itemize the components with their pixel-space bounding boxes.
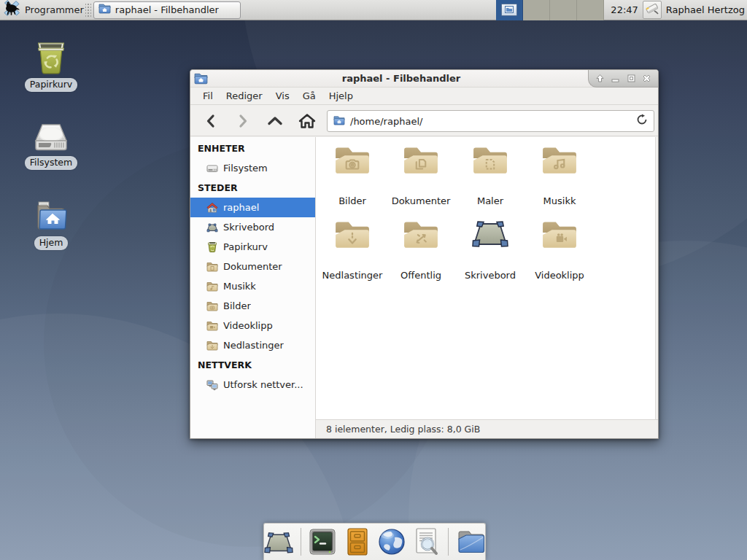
sidebar-item-label: Dokumenter	[223, 261, 282, 272]
trash-icon	[206, 241, 218, 253]
sidebar-item-label: Videoklipp	[223, 320, 273, 331]
desktop-icon-home[interactable]: Hjem	[15, 200, 88, 250]
menu-rediger[interactable]: Rediger	[220, 88, 269, 104]
location-folder-icon	[333, 114, 345, 128]
sidebar-item-videoklipp[interactable]: Videoklipp	[190, 316, 315, 335]
applications-menu-label: Programmer	[25, 4, 84, 15]
home-folder-icon	[15, 200, 88, 233]
back-button[interactable]	[196, 109, 225, 133]
terminal-launcher[interactable]	[308, 526, 338, 557]
workspace-3[interactable]	[550, 0, 577, 20]
sidebar: ENHETER Filsystem STEDER	[190, 137, 316, 438]
folder-home-icon	[98, 3, 111, 17]
file-label: Bilder	[319, 195, 386, 206]
folder-music-icon	[206, 281, 218, 292]
menu-hjelp[interactable]: Hjelp	[322, 88, 360, 104]
sidebar-item-label: Bilder	[223, 300, 251, 311]
location-path[interactable]: /home/raphael/	[350, 116, 636, 127]
file-manager-launcher[interactable]	[455, 526, 485, 557]
eraser-icon	[645, 1, 659, 18]
sidebar-item-raphael[interactable]: raphael	[190, 198, 315, 217]
sidebar-item-papirkurv[interactable]: Papirkurv	[190, 237, 315, 257]
desktop-icon-label: Filsystem	[25, 156, 77, 170]
desktop-icon-label: Papirkurv	[25, 78, 78, 92]
workspace-2[interactable]	[523, 0, 550, 20]
web-browser-launcher[interactable]	[377, 526, 407, 557]
desktop-icon-trash[interactable]: Papirkurv	[15, 40, 88, 92]
file-skrivebord[interactable]: Skrivebord	[457, 217, 524, 281]
file-label: Dokumenter	[387, 195, 454, 206]
desktop-icon-filesystem[interactable]: Filsystem	[15, 121, 88, 170]
sidebar-item-label: Skrivebord	[223, 222, 274, 233]
statusbar-text: 8 ielementer, Ledig plass: 8,0 GiB	[326, 424, 480, 435]
applications-menu-button[interactable]: Programmer	[0, 0, 85, 20]
menu-fil[interactable]: Fil	[196, 88, 220, 104]
menu-ga[interactable]: Gå	[296, 88, 322, 104]
file-label: Videoklipp	[526, 270, 593, 281]
sidebar-item-filesystem[interactable]: Filsystem	[190, 158, 315, 178]
file-label: Offentlig	[387, 270, 454, 281]
file-manager-window: raphael - Filbehandler Fil Rediger Vis G…	[190, 69, 659, 439]
file-nedlastinger[interactable]: Nedlastinger	[319, 217, 386, 281]
panel-clock[interactable]: 22:47	[611, 4, 638, 15]
sidebar-header-devices: ENHETER	[190, 139, 315, 158]
folder-pictures-icon	[319, 143, 386, 178]
home-button[interactable]	[293, 109, 322, 133]
desktop-icon-label: Hjem	[34, 236, 69, 250]
file-musikk[interactable]: Musikk	[526, 143, 593, 206]
forward-button[interactable]	[228, 109, 258, 133]
desktop-icon	[457, 217, 524, 252]
file-dokumenter[interactable]: Dokumenter	[387, 143, 454, 206]
hard-drive-icon	[15, 121, 88, 153]
up-button[interactable]	[260, 109, 290, 133]
taskbar-window-button[interactable]: raphael - Filbehandler	[93, 1, 241, 19]
dock-separator	[448, 528, 449, 556]
workspace-mini-window	[501, 4, 517, 16]
folder-documents-icon	[206, 261, 218, 273]
panel-user-name[interactable]: Raphael Hertzog	[666, 4, 745, 15]
statusbar: 8 ielementer, Ledig plass: 8,0 GiB	[316, 419, 658, 438]
show-desktop-button[interactable]	[264, 526, 294, 557]
xfce-logo-icon	[2, 0, 20, 20]
sidebar-header-network: NETTVERK	[190, 355, 315, 375]
sidebar-item-musikk[interactable]: Musikk	[190, 276, 315, 296]
network-icon	[206, 379, 218, 391]
folder-documents-icon	[387, 143, 454, 178]
folder-videos-icon	[526, 217, 593, 252]
file-maler[interactable]: Maler	[457, 143, 524, 206]
folder-download-icon	[206, 340, 218, 351]
file-bilder[interactable]: Bilder	[319, 143, 386, 206]
file-offentlig[interactable]: Offentlig	[387, 217, 454, 281]
menu-vis[interactable]: Vis	[269, 88, 296, 104]
folder-download-icon	[319, 217, 386, 252]
sidebar-item-network[interactable]: Utforsk nettver...	[190, 375, 315, 394]
window-folder-home-icon	[194, 72, 208, 88]
folder-music-icon	[526, 143, 593, 178]
file-view[interactable]: Bilder Dokumenter	[316, 137, 656, 419]
sidebar-item-label: raphael	[223, 202, 259, 213]
close-button[interactable]	[642, 74, 651, 83]
folder-templates-icon	[457, 143, 524, 178]
trash-icon	[15, 40, 88, 75]
workspace-4[interactable]	[577, 0, 604, 20]
workspace-1-active[interactable]	[496, 0, 523, 20]
titlebar[interactable]: raphael - Filbehandler	[190, 70, 658, 88]
sidebar-item-skrivebord[interactable]: Skrivebord	[190, 217, 315, 237]
hard-drive-icon	[206, 163, 218, 174]
workspace-pager	[496, 0, 604, 20]
minimize-button[interactable]	[611, 74, 620, 83]
sidebar-item-nedlastinger[interactable]: Nedlastinger	[190, 335, 315, 355]
shade-button[interactable]	[595, 74, 605, 83]
bottom-dock-panel	[263, 523, 486, 560]
reload-icon[interactable]	[636, 114, 648, 128]
user-actions-button[interactable]	[643, 1, 662, 19]
sidebar-item-bilder[interactable]: Bilder	[190, 296, 315, 316]
application-finder-launcher[interactable]	[412, 526, 442, 557]
sidebar-item-label: Papirkurv	[223, 241, 268, 252]
file-cabinet-launcher[interactable]	[342, 526, 372, 557]
maximize-button[interactable]	[627, 74, 636, 83]
file-label: Maler	[457, 195, 524, 206]
location-bar[interactable]: /home/raphael/	[327, 110, 654, 132]
sidebar-item-dokumenter[interactable]: Dokumenter	[190, 257, 315, 276]
file-videoklipp[interactable]: Videoklipp	[526, 217, 593, 281]
